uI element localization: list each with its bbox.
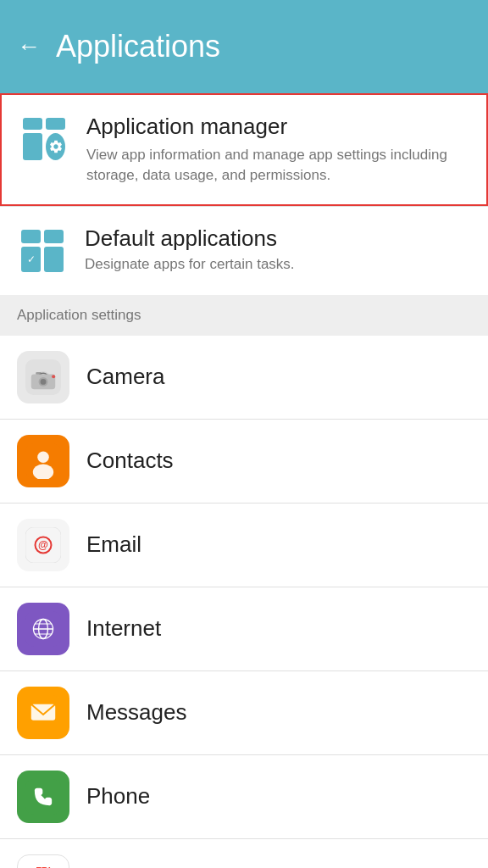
list-item-messages[interactable]: Messages [0,671,488,755]
svg-text:@: @ [38,539,48,551]
app-manager-item[interactable]: Application manager View app information… [0,93,488,206]
list-item-splanner[interactable]: FRI 20 S Planner [0,839,488,868]
email-label: Email [86,531,141,558]
splanner-day-label: FRI [36,865,51,868]
page-title: Applications [56,29,220,64]
list-item-phone[interactable]: Phone [0,755,488,839]
phone-label: Phone [86,783,150,810]
app-manager-text: Application manager View app information… [86,114,469,186]
splanner-icon: FRI 20 [17,854,69,868]
list-item-email[interactable]: @ Email [0,504,488,587]
messages-label: Messages [86,699,187,726]
internet-label: Internet [86,615,161,642]
app-manager-icon [19,114,69,164]
camera-label: Camera [86,364,164,390]
list-item-camera[interactable]: Camera [0,336,488,420]
svg-point-8 [52,375,55,378]
svg-point-10 [37,451,49,463]
phone-icon [17,771,69,823]
list-item-contacts[interactable]: Contacts [0,420,488,504]
messages-icon [17,687,69,739]
default-apps-item[interactable]: ✓ Default applications Designate apps fo… [0,207,488,295]
internet-icon [17,603,69,655]
svg-rect-23 [25,779,61,815]
app-manager-title: Application manager [86,114,469,140]
default-apps-icon: ✓ [17,225,68,276]
app-manager-description: View app information and manage app sett… [86,145,469,186]
app-settings-list: Camera Contacts @ Email [0,336,488,868]
default-apps-description: Designate apps for certain tasks. [85,256,471,273]
camera-icon [17,351,69,403]
section-header-app-settings: Application settings [0,295,488,336]
list-item-internet[interactable]: Internet [0,587,488,671]
email-icon: @ [17,519,69,571]
default-apps-text: Default applications Designate apps for … [85,225,471,273]
svg-point-7 [41,379,47,385]
contacts-icon [17,435,69,487]
default-apps-title: Default applications [85,225,471,252]
app-bar: ← Applications [0,0,488,93]
back-button[interactable]: ← [17,33,41,60]
contacts-label: Contacts [86,448,174,474]
